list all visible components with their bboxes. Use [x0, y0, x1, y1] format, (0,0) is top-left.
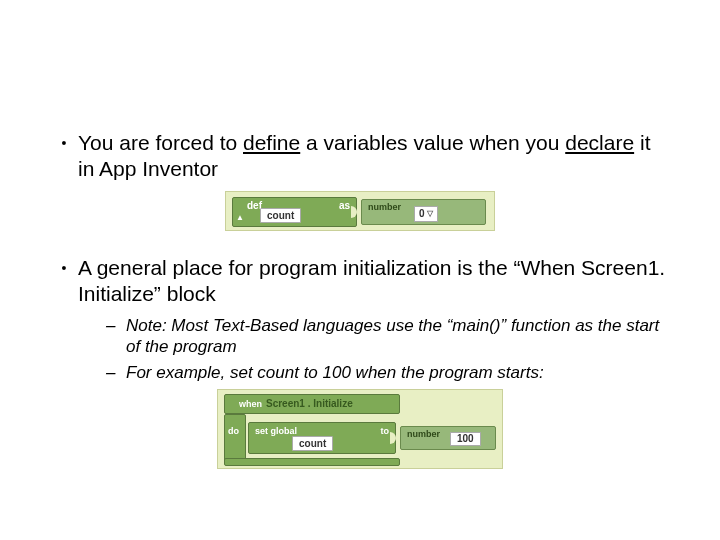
number-value-field: 0▽ [414, 206, 438, 222]
sub-bullet-list: – Note: Most Text-Based languages use th… [106, 315, 670, 383]
underline-declare: declare [565, 131, 634, 154]
set-number-value: 100 [450, 432, 481, 446]
when-initialize-block: when Screen1 . Initialize ▲ do set globa… [217, 389, 503, 469]
expand-icon: ▲ [236, 213, 244, 222]
sub-bullet-1: – Note: Most Text-Based languages use th… [106, 315, 670, 358]
def-count-block: ▲ def as count number 0▽ [225, 191, 495, 231]
dropdown-icon: ▽ [427, 209, 433, 218]
block-image-1-wrap: ▲ def as count number 0▽ [50, 191, 670, 231]
bullet-dot: • [50, 130, 78, 183]
set-varname-field: count [292, 436, 333, 451]
bullet-dot: • [50, 255, 78, 308]
bullet-2-text: A general place for program initializati… [78, 255, 670, 308]
event-label: Screen1 . Initialize [266, 398, 353, 409]
block-image-2-wrap: when Screen1 . Initialize ▲ do set globa… [50, 389, 670, 469]
bullet-1-text: You are forced to define a variables val… [78, 130, 670, 183]
underline-define: define [243, 131, 300, 154]
bullet-1: • You are forced to define a variables v… [50, 130, 670, 183]
varname-field: count [260, 208, 301, 223]
bullet-2: • A general place for program initializa… [50, 255, 670, 308]
dash-icon: – [106, 362, 126, 383]
sub-bullet-2: – For example, set count to 100 when the… [106, 362, 670, 383]
dash-icon: – [106, 315, 126, 358]
